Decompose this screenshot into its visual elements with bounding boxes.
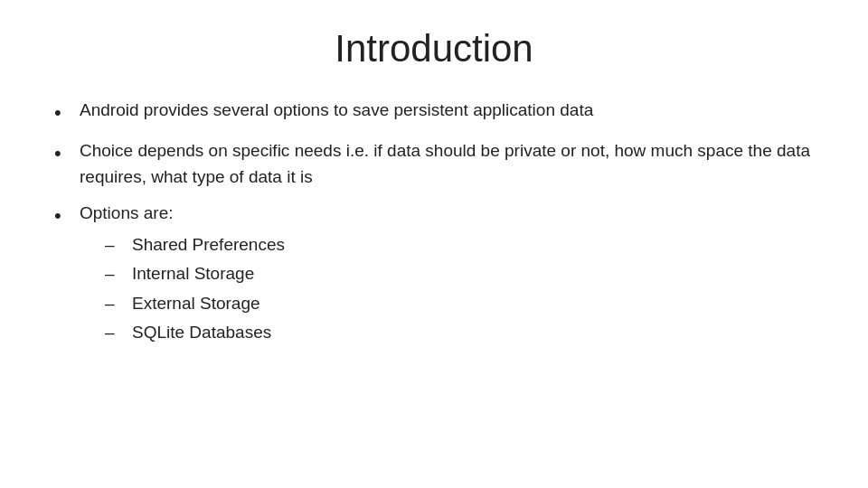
sub-item-3: – External Storage <box>105 291 814 317</box>
bullet-text-3: Options are: <box>80 203 174 222</box>
slide-title: Introduction <box>54 27 814 70</box>
dash-symbol-2: – <box>105 261 132 287</box>
sub-item-4: – SQLite Databases <box>105 320 814 346</box>
dash-symbol-4: – <box>105 320 132 346</box>
bullet-symbol-2: • <box>54 138 80 168</box>
bullet-item-1: • Android provides several options to sa… <box>54 98 814 127</box>
sub-item-1: – Shared Preferences <box>105 232 814 258</box>
sub-text-external-storage: External Storage <box>132 291 260 317</box>
slide-content: • Android provides several options to sa… <box>54 98 814 361</box>
sub-text-internal-storage: Internal Storage <box>132 261 254 287</box>
dash-symbol-3: – <box>105 291 132 317</box>
sub-text-shared-preferences: Shared Preferences <box>132 232 285 258</box>
sub-text-sqlite-databases: SQLite Databases <box>132 320 271 346</box>
bullet-item-3: • Options are: – Shared Preferences – In… <box>54 201 814 350</box>
bullet-item-2: • Choice depends on specific needs i.e. … <box>54 138 814 190</box>
sub-list: – Shared Preferences – Internal Storage … <box>105 232 814 346</box>
sub-item-2: – Internal Storage <box>105 261 814 287</box>
bullet-symbol-1: • <box>54 98 80 127</box>
dash-symbol-1: – <box>105 232 132 258</box>
bullet-text-2: Choice depends on specific needs i.e. if… <box>80 138 814 190</box>
bullet-text-1: Android provides several options to save… <box>80 98 814 124</box>
bullet-symbol-3: • <box>54 201 80 230</box>
